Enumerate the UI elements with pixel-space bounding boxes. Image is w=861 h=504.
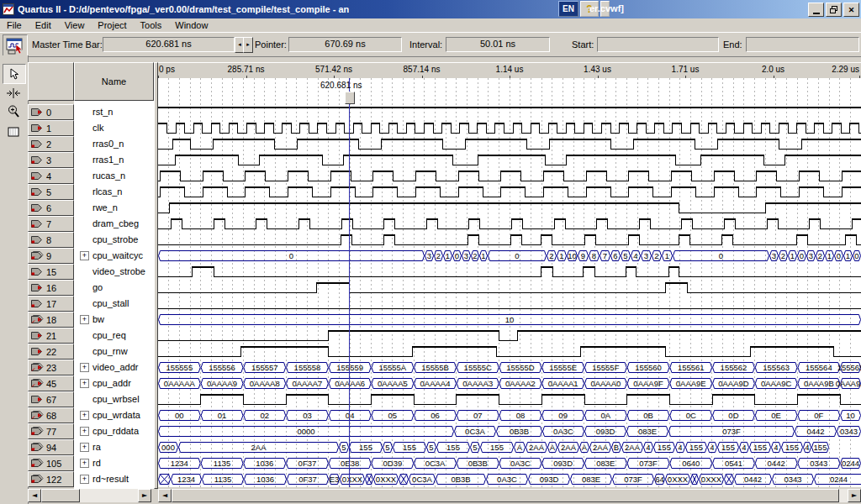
- waveform-clk[interactable]: [158, 120, 861, 136]
- signal-number-cell-video-strobe[interactable]: 15: [28, 264, 74, 280]
- signal-name-cell-cpu-strobe[interactable]: cpu_strobe: [74, 232, 154, 248]
- signal-name-cell-cpu-req[interactable]: cpu_req: [74, 328, 154, 344]
- time-ruler[interactable]: 0 ps285.71 ns571.42 ns857.14 ns1.14 us1.…: [158, 62, 861, 80]
- waveform-rlcas-n[interactable]: [158, 184, 861, 200]
- waveform-rucas-n[interactable]: [158, 168, 861, 184]
- signal-name-cell-rucas-n[interactable]: rucas_n: [74, 168, 154, 184]
- signal-number-cell-cpu-wrdata[interactable]: 68: [28, 407, 74, 423]
- expand-icon-cpu-rddata[interactable]: +: [80, 427, 89, 436]
- signal-number-cell-cpu-rddata[interactable]: 77: [28, 423, 74, 439]
- signal-number-cell-cpu-stall[interactable]: 17: [28, 296, 74, 312]
- waveform-go[interactable]: [158, 280, 861, 296]
- signal-number-cell-rlcas-n[interactable]: 5: [28, 184, 74, 200]
- waveform-rd[interactable]: 1234113510360F370E380D390C3A0B3B0A3C093D…: [158, 455, 861, 471]
- expand-icon-rd[interactable]: +: [80, 459, 89, 468]
- signal-name-cell-rlcas-n[interactable]: rlcas_n: [74, 184, 154, 200]
- signal-name-cell-video-addr[interactable]: +video_addr: [74, 360, 154, 375]
- master-time-cursor[interactable]: [349, 78, 350, 487]
- end-value[interactable]: [746, 37, 859, 52]
- signal-number-cell-rucas-n[interactable]: 4: [28, 168, 74, 184]
- menu-item-file[interactable]: File: [0, 19, 29, 31]
- waveform-rras0-n[interactable]: [158, 136, 861, 152]
- waveform-cpu-waitcyc[interactable]: 032103210211098765432103210321010: [158, 248, 861, 264]
- wave-scroll-left-button[interactable]: ◄: [158, 489, 172, 502]
- scroll-right-button[interactable]: ►: [138, 489, 151, 502]
- waveform-rst-n[interactable]: [158, 104, 861, 120]
- signal-number-cell-ra[interactable]: 94: [28, 439, 74, 455]
- signal-number-cell-cpu-strobe[interactable]: 8: [28, 232, 74, 248]
- signal-number-cell-rd[interactable]: 105: [28, 455, 74, 471]
- full-screen-button[interactable]: [3, 123, 24, 141]
- signal-name-cell-rd[interactable]: +rd: [74, 455, 154, 471]
- wave-scrollbar-thumb[interactable]: [172, 489, 839, 502]
- language-badge[interactable]: EN: [558, 1, 578, 17]
- master-time-marker-handle[interactable]: [345, 92, 355, 104]
- signal-number-cell-clk[interactable]: 1: [28, 120, 74, 136]
- expand-icon-ra[interactable]: +: [80, 443, 89, 452]
- signal-number-cell-cpu-rnw[interactable]: 22: [28, 344, 74, 360]
- menu-item-window[interactable]: Window: [168, 19, 214, 31]
- waveform-editor-button[interactable]: [3, 34, 28, 57]
- waveform-ra[interactable]: 0002AA5155515551555155A2AAA2AAA2AAB2AA41…: [158, 439, 861, 455]
- signal-name-cell-video-strobe[interactable]: video_strobe: [74, 264, 154, 280]
- signal-name-cell-cpu-addr[interactable]: +cpu_addr: [74, 375, 154, 391]
- signal-number-cell-cpu-req[interactable]: 21: [28, 328, 74, 344]
- signal-name-cell-ra[interactable]: +ra: [74, 439, 154, 455]
- zoom-tool-button[interactable]: [3, 102, 24, 121]
- signal-name-cell-clk[interactable]: clk: [74, 120, 154, 136]
- signal-name-cell-cpu-stall[interactable]: cpu_stall: [74, 296, 154, 312]
- signal-number-cell-rst-n[interactable]: 0: [28, 104, 74, 120]
- restore-button[interactable]: [826, 3, 842, 17]
- menu-item-tools[interactable]: Tools: [134, 19, 169, 31]
- menu-item-edit[interactable]: Edit: [29, 19, 58, 31]
- waveform-cpu-req[interactable]: [158, 328, 861, 344]
- expand-icon-cpu-waitcyc[interactable]: +: [80, 251, 89, 260]
- signal-name-cell-rd-result[interactable]: +rd~result: [74, 471, 154, 487]
- waveform-canvas[interactable]: 620.681 ns032103210211098765432103210321…: [158, 78, 861, 487]
- edit-tool-button[interactable]: [3, 84, 24, 102]
- waveform-cpu-stall[interactable]: [158, 296, 861, 312]
- signal-number-cell-dram-cbeg[interactable]: 7: [28, 216, 74, 232]
- master-time-next-button[interactable]: ▸: [243, 37, 253, 53]
- signal-number-cell-rras1-n[interactable]: 3: [28, 152, 74, 168]
- waveform-cpu-strobe[interactable]: [158, 232, 861, 248]
- signal-name-cell-go[interactable]: go: [74, 280, 154, 296]
- waveform-dram-cbeg[interactable]: [158, 216, 861, 232]
- waveform-rd-result[interactable]: 1234113510360F37E30XXX0XXX0C3A0B3B0A3C09…: [158, 471, 861, 487]
- signal-name-cell-rras0-n[interactable]: rras0_n: [74, 136, 154, 152]
- close-button[interactable]: ✕: [843, 3, 859, 17]
- waveform-rras1-n[interactable]: [158, 152, 861, 168]
- minimize-button[interactable]: [808, 3, 824, 17]
- signal-name-cell-cpu-waitcyc[interactable]: +cpu_waitcyc: [74, 248, 154, 264]
- signal-number-cell-cpu-addr[interactable]: 45: [28, 375, 74, 391]
- waveform-cpu-wrdata[interactable]: 000102030405060708090A0B0C0D0E0F10: [158, 407, 861, 423]
- expand-icon-cpu-wrdata[interactable]: +: [80, 411, 89, 420]
- expand-icon-video-addr[interactable]: +: [80, 363, 89, 372]
- signal-name-cell-cpu-wrdata[interactable]: +cpu_wrdata: [74, 407, 154, 423]
- signal-number-cell-cpu-waitcyc[interactable]: 9: [28, 248, 74, 264]
- expand-icon-rd-result[interactable]: +: [80, 475, 89, 484]
- signal-name-cell-bw[interactable]: +bw: [74, 312, 154, 328]
- signal-name-cell-cpu-rnw[interactable]: cpu_rnw: [74, 344, 154, 360]
- waveform-video-addr[interactable]: 15555515555615555715555815555915555A1555…: [158, 360, 861, 375]
- signal-name-cell-cpu-rddata[interactable]: +cpu_rddata: [74, 423, 154, 439]
- signal-number-cell-go[interactable]: 16: [28, 280, 74, 296]
- name-scrollbar-thumb[interactable]: [41, 489, 80, 502]
- signal-number-cell-cpu-wrbsel[interactable]: 67: [28, 391, 74, 407]
- signal-name-cell-cpu-wrbsel[interactable]: cpu_wrbsel: [74, 391, 154, 407]
- expand-icon-cpu-addr[interactable]: +: [80, 379, 89, 388]
- waveform-cpu-wrbsel[interactable]: [158, 391, 861, 407]
- menu-item-project[interactable]: Project: [91, 19, 133, 31]
- waveform-rwe-n[interactable]: [158, 200, 861, 216]
- waveform-bw[interactable]: 10: [158, 312, 861, 328]
- scroll-left-button[interactable]: ◄: [28, 489, 41, 502]
- signal-number-cell-rras0-n[interactable]: 2: [28, 136, 74, 152]
- waveform-video-strobe[interactable]: [158, 264, 861, 280]
- signal-name-cell-dram-cbeg[interactable]: dram_cbeg: [74, 216, 154, 232]
- signal-name-cell-rras1-n[interactable]: rras1_n: [74, 152, 154, 168]
- selection-tool-button[interactable]: [3, 64, 26, 84]
- expand-icon-bw[interactable]: +: [80, 315, 89, 324]
- signal-number-cell-rd-result[interactable]: 122: [28, 471, 74, 487]
- waveform-cpu-rnw[interactable]: [158, 344, 861, 360]
- menu-item-view[interactable]: View: [58, 19, 92, 31]
